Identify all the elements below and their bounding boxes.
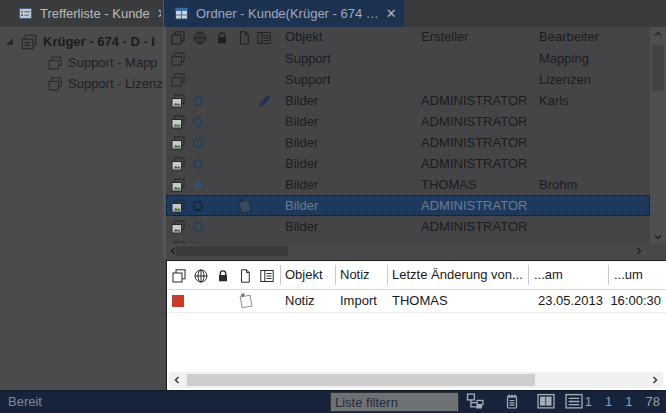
image-folder-icon (170, 132, 186, 153)
detail-panel: Objekt Notiz Letzte Änderung von... ...a… (166, 260, 666, 390)
column-separator (387, 265, 388, 285)
column-header-objekt[interactable]: Objekt (285, 267, 323, 282)
expander-icon[interactable] (4, 36, 15, 47)
note-icon (237, 292, 255, 310)
image-folder-icon (170, 90, 186, 111)
scroll-right-icon[interactable] (647, 372, 663, 388)
table-header: Objekt Ersteller Bearbeiter (166, 27, 650, 48)
folder-pair-icon (20, 33, 38, 51)
list-filter-input[interactable] (330, 392, 459, 412)
vertical-scrollbar[interactable] (650, 27, 666, 244)
list-view-icon[interactable] (564, 393, 584, 410)
table-row[interactable]: Bilder ADMINISTRATOR Karls (166, 90, 650, 111)
table-row[interactable]: Bilder ADMINISTRATOR (166, 111, 650, 132)
table-row[interactable]: Support Lizenzen (166, 69, 650, 90)
image-folder-icon (170, 195, 186, 216)
tree-item-support-lizenzen[interactable]: Support - Lizenz (47, 73, 163, 94)
column-header-objekt[interactable]: Objekt (285, 29, 323, 44)
plus-status-icon (192, 174, 204, 195)
tab-bar: Trefferliste - Kunde ✕ Ordner - Kunde(Kr… (0, 0, 666, 27)
scroll-up-icon[interactable] (650, 27, 666, 41)
tree-item-support-mapping[interactable]: Support - Mapp (47, 52, 163, 73)
column-separator (528, 265, 529, 285)
folder-pair-icon (47, 76, 63, 92)
document-icon[interactable] (236, 27, 252, 48)
circle-status-icon (192, 237, 204, 244)
status-counters: 1 1 1 78 (585, 394, 660, 409)
scroll-left-icon[interactable] (169, 372, 185, 388)
detail-table-row[interactable]: Notiz Import THOMAS 23.05.2013 16:00:30 (167, 290, 666, 313)
scrollbar-corner (650, 244, 666, 258)
table-row[interactable]: Bilder ADMINISTRATOR (166, 132, 650, 153)
status-bar: Bereit 1 1 1 78 (0, 390, 666, 413)
globe-icon[interactable] (193, 261, 209, 290)
clipboard-icon[interactable] (503, 393, 521, 410)
column-separator (335, 265, 336, 285)
image-folder-icon (170, 153, 186, 174)
scroll-down-icon[interactable] (650, 230, 666, 244)
scrollbar-thumb[interactable] (176, 246, 288, 256)
status-ready-text: Bereit (8, 394, 42, 409)
copy-pages-icon[interactable] (171, 261, 187, 290)
table-row[interactable] (166, 237, 650, 244)
table-row[interactable]: Bilder ADMINISTRATOR (166, 153, 650, 174)
column-header-letzte-aenderung[interactable]: Letzte Änderung von... (392, 267, 523, 282)
tab-ordner[interactable]: Ordner - Kunde(Krüger - 674 … ✕ (163, 0, 404, 27)
column-header-bearbeiter[interactable]: Bearbeiter (539, 29, 599, 44)
image-folder-icon (170, 174, 186, 195)
grid-view-icon[interactable] (536, 393, 556, 410)
tree-item-label: Support - Lizenz (68, 76, 163, 91)
circle-status-icon (192, 153, 204, 174)
image-folder-icon (170, 237, 186, 244)
column-separator (280, 265, 281, 285)
tab-trefferliste[interactable]: Trefferliste - Kunde ✕ (8, 0, 161, 27)
image-folder-icon (170, 111, 186, 132)
hierarchy-icon[interactable] (466, 393, 486, 410)
folder-icon (170, 69, 186, 90)
counter: 1 (605, 394, 612, 409)
globe-icon[interactable] (192, 27, 208, 48)
index-card-icon[interactable] (256, 27, 272, 48)
table-row[interactable]: Bilder THOMAS Brohm (166, 174, 650, 195)
document-icon[interactable] (237, 261, 253, 290)
circle-status-icon (192, 90, 204, 111)
folder-pair-icon (47, 55, 63, 71)
counter: 78 (646, 394, 660, 409)
column-header-um[interactable]: ...um (614, 267, 643, 282)
lock-icon[interactable] (215, 261, 231, 290)
tab-label: Ordner - Kunde(Krüger - 674 … (196, 6, 379, 21)
column-header-am[interactable]: ...am (534, 267, 563, 282)
tree-item-label: Krüger - 674 - D - I (43, 34, 155, 49)
circle-status-icon (192, 195, 204, 216)
tree-item-root[interactable]: Krüger - 674 - D - I (4, 31, 163, 52)
scroll-right-icon[interactable] (632, 244, 646, 258)
tab-label: Trefferliste - Kunde (40, 6, 150, 21)
circle-status-icon (192, 132, 204, 153)
detail-horizontal-scrollbar[interactable] (169, 372, 663, 388)
pencil-icon (256, 90, 272, 111)
note-icon (236, 195, 254, 216)
circle-status-icon (192, 111, 204, 132)
folder-icon (170, 48, 186, 69)
scrollbar-thumb[interactable] (187, 374, 535, 386)
index-card-icon[interactable] (259, 261, 275, 290)
tree-item-label: Support - Mapp (68, 55, 158, 70)
close-icon[interactable]: ✕ (386, 7, 397, 20)
red-marker-icon (172, 295, 184, 307)
scrollbar-thumb[interactable] (652, 45, 664, 91)
lock-icon[interactable] (214, 27, 230, 48)
detail-table-header: Objekt Notiz Letzte Änderung von... ...a… (167, 261, 666, 290)
folder-tree-panel: Krüger - 674 - D - I Support - Mapp Supp… (0, 27, 163, 390)
counter: 1 (585, 394, 592, 409)
table-row[interactable]: Support Mapping (166, 48, 650, 69)
table-row[interactable]: Bilder ADMINISTRATOR (166, 216, 650, 237)
hit-list-icon (18, 6, 33, 21)
column-header-notiz[interactable]: Notiz (340, 267, 370, 282)
column-header-ersteller[interactable]: Ersteller (421, 29, 469, 44)
horizontal-scrollbar[interactable] (166, 244, 650, 258)
copy-pages-icon[interactable] (170, 27, 186, 48)
table-row-selected[interactable]: Bilder ADMINISTRATOR (166, 195, 650, 216)
close-icon[interactable]: ✕ (157, 7, 161, 20)
image-folder-icon (170, 216, 186, 237)
folder-contents-table: Objekt Ersteller Bearbeiter Support Mapp… (166, 27, 666, 258)
